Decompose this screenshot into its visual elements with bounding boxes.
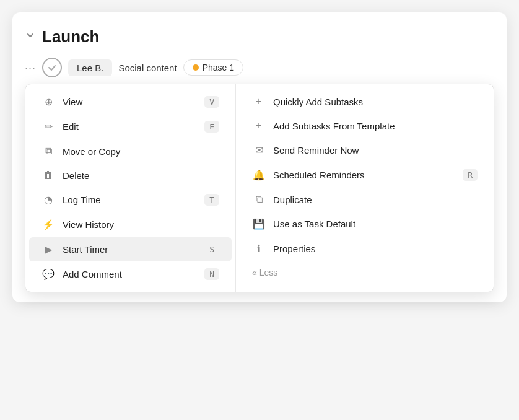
more-options-icon[interactable]: ···: [25, 61, 36, 74]
phase-dot: [193, 64, 199, 71]
menu-item-delete[interactable]: 🗑Delete: [29, 164, 232, 187]
log-time-icon: ◔: [41, 194, 55, 206]
add-subtasks-from-template-label: Add Subtasks From Template: [273, 121, 395, 131]
menu-item-properties[interactable]: ℹProperties: [240, 237, 490, 261]
move-copy-label: Move or Copy: [63, 146, 120, 157]
log-time-shortcut: T: [204, 194, 219, 206]
task-row: ··· Lee B. Social content Phase 1: [25, 58, 494, 77]
properties-icon: ℹ: [252, 243, 266, 255]
menu-item-start-timer[interactable]: ▶Start TimerS: [29, 237, 232, 261]
duplicate-icon: ⧉: [252, 194, 266, 205]
menu-item-view[interactable]: ⊕ViewV: [29, 90, 232, 114]
add-comment-icon: 💬: [41, 268, 55, 280]
menu-item-add-comment[interactable]: 💬Add CommentN: [29, 262, 232, 286]
task-complete-button[interactable]: [42, 58, 62, 77]
send-reminder-now-label: Send Reminder Now: [273, 145, 359, 155]
menu-item-edit[interactable]: ✏EditE: [29, 115, 232, 139]
context-menu: ⊕ViewV✏EditE⧉Move or Copy🗑Delete◔Log Tim…: [25, 84, 494, 292]
collapse-icon[interactable]: [25, 30, 36, 44]
delete-label: Delete: [63, 170, 89, 181]
use-as-task-default-label: Use as Task Default: [273, 219, 355, 229]
move-copy-icon: ⧉: [41, 146, 55, 157]
add-subtasks-from-template-icon: +: [252, 120, 266, 131]
scheduled-reminders-label: Scheduled Reminders: [273, 170, 365, 180]
delete-icon: 🗑: [41, 170, 55, 181]
menu-item-scheduled-reminders[interactable]: 🔔Scheduled RemindersR: [240, 163, 490, 187]
start-timer-icon: ▶: [41, 243, 55, 255]
properties-label: Properties: [273, 243, 315, 254]
menu-item-move-copy[interactable]: ⧉Move or Copy: [29, 139, 232, 163]
edit-icon: ✏: [41, 121, 55, 133]
page-title: Launch: [42, 27, 99, 46]
menu-right-column: +Quickly Add Subtasks+Add Subtasks From …: [236, 84, 494, 292]
duplicate-label: Duplicate: [273, 195, 312, 205]
menu-item-duplicate[interactable]: ⧉Duplicate: [240, 188, 490, 211]
assignee-pill[interactable]: Lee B.: [68, 59, 112, 76]
start-timer-shortcut: S: [204, 243, 219, 255]
scheduled-reminders-icon: 🔔: [252, 169, 266, 181]
log-time-label: Log Time: [63, 195, 101, 205]
phase-pill[interactable]: Phase 1: [183, 59, 243, 76]
view-history-icon: ⚡: [41, 219, 55, 230]
use-as-task-default-icon: 💾: [252, 218, 266, 230]
add-comment-label: Add Comment: [63, 269, 122, 279]
menu-item-view-history[interactable]: ⚡View History: [29, 212, 232, 237]
phase-label: Phase 1: [203, 63, 234, 72]
menu-item-add-subtasks-from-template[interactable]: +Add Subtasks From Template: [240, 114, 490, 138]
edit-label: Edit: [63, 121, 79, 132]
less-button[interactable]: « Less: [240, 261, 490, 284]
quickly-add-subtasks-icon: +: [252, 96, 266, 107]
send-reminder-now-icon: ✉: [252, 144, 266, 156]
menu-item-use-as-task-default[interactable]: 💾Use as Task Default: [240, 212, 490, 236]
task-name: Social content: [118, 63, 177, 73]
view-icon: ⊕: [41, 96, 55, 108]
add-comment-shortcut: N: [204, 268, 219, 280]
menu-item-quickly-add-subtasks[interactable]: +Quickly Add Subtasks: [240, 90, 490, 113]
menu-item-send-reminder-now[interactable]: ✉Send Reminder Now: [240, 138, 490, 162]
menu-left-column: ⊕ViewV✏EditE⧉Move or Copy🗑Delete◔Log Tim…: [25, 84, 236, 292]
edit-shortcut: E: [204, 121, 219, 133]
view-history-label: View History: [63, 219, 114, 230]
view-label: View: [63, 97, 82, 107]
view-shortcut: V: [204, 96, 219, 108]
menu-item-log-time[interactable]: ◔Log TimeT: [29, 188, 232, 212]
scheduled-reminders-shortcut: R: [463, 169, 478, 181]
page-container: Launch ··· Lee B. Social content Phase 1…: [12, 12, 507, 302]
quickly-add-subtasks-label: Quickly Add Subtasks: [273, 97, 363, 107]
start-timer-label: Start Timer: [63, 244, 108, 255]
header: Launch: [25, 27, 494, 46]
